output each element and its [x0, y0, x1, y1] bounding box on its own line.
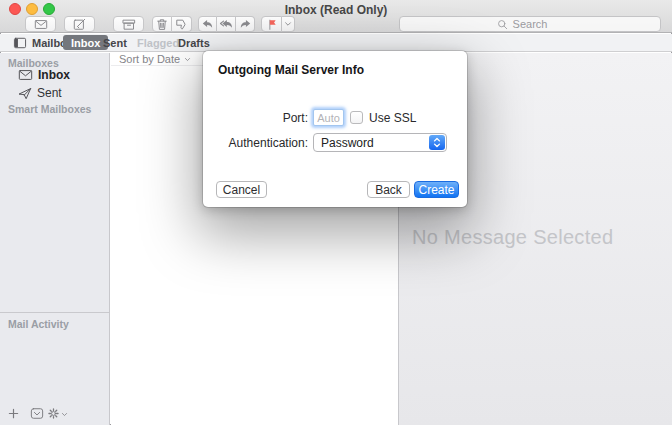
forward-button[interactable]	[236, 16, 255, 32]
chevron-down-icon	[284, 20, 292, 28]
authentication-popup[interactable]: Password	[313, 133, 447, 152]
search-input[interactable]	[400, 17, 660, 31]
sidebar-divider	[0, 312, 109, 313]
reply-button[interactable]	[198, 16, 217, 32]
flag-icon	[266, 18, 278, 31]
sidebar-item-label: Sent	[37, 86, 62, 100]
trash-icon	[156, 18, 168, 31]
minimize-window-button[interactable]	[26, 3, 38, 15]
trash-button[interactable]	[152, 16, 172, 32]
port-label: Port:	[203, 111, 308, 125]
window-title: Inbox (Read Only)	[236, 3, 436, 17]
reply-all-button[interactable]	[217, 16, 236, 32]
popup-stepper-icon	[429, 135, 445, 150]
titlebar: Inbox (Read Only)	[0, 0, 672, 33]
port-input[interactable]	[313, 109, 344, 126]
archive-icon	[122, 18, 136, 31]
button-label: Cancel	[223, 183, 260, 197]
mailbox-behaviors-icon[interactable]	[30, 407, 44, 420]
favorites-tab-flagged: Flagged	[137, 36, 179, 50]
envelope-icon	[18, 69, 33, 81]
favorites-tab-sent[interactable]: Sent	[103, 36, 127, 50]
reply-forward-group	[198, 16, 255, 32]
mailbox-sidebar: Mailboxes Inbox Sent Smart Mailboxes Mai…	[0, 53, 110, 425]
cancel-button[interactable]: Cancel	[216, 181, 267, 198]
favorites-tab-label: Inbox	[71, 37, 100, 49]
mail-app-window: Inbox (Read Only)	[0, 0, 672, 425]
no-message-selected-text: No Message Selected	[412, 226, 613, 249]
authentication-label: Authentication:	[203, 136, 308, 150]
sidebar-item-label: Inbox	[38, 68, 70, 82]
add-mailbox-plus-icon[interactable]	[8, 408, 19, 419]
reply-all-icon	[219, 18, 233, 30]
search-field[interactable]	[399, 16, 661, 32]
zoom-window-button[interactable]	[43, 3, 55, 15]
outgoing-mail-server-dialog: Outgoing Mail Server Info Port: Use SSL …	[203, 51, 467, 207]
flag-menu-button[interactable]	[282, 16, 295, 32]
chevron-down-icon	[184, 56, 191, 63]
button-label: Create	[418, 183, 454, 197]
archive-button[interactable]	[113, 16, 144, 32]
compose-button[interactable]	[64, 16, 95, 32]
sidebar-section-header: Smart Mailboxes	[8, 103, 91, 115]
favorites-tab-label: Flagged	[137, 37, 179, 49]
favorites-tab-drafts[interactable]: Drafts	[178, 36, 210, 50]
favorites-tab-label: Sent	[103, 37, 127, 49]
dialog-title: Outgoing Mail Server Info	[218, 63, 364, 77]
paperplane-icon	[18, 87, 32, 100]
trash-junk-group	[152, 16, 192, 32]
sidebar-bottom-bar	[0, 403, 109, 425]
sidebar-panel-icon	[13, 37, 27, 49]
use-ssl-label: Use SSL	[369, 111, 416, 125]
create-button[interactable]: Create	[414, 181, 459, 198]
authentication-value: Password	[321, 136, 374, 150]
flag-group	[261, 16, 295, 32]
compose-icon	[73, 18, 86, 31]
mail-activity-header: Mail Activity	[8, 318, 69, 330]
favorites-bar: Mailboxes Inbox Sent Flagged Drafts	[0, 34, 672, 52]
favorites-tab-inbox[interactable]: Inbox	[63, 35, 108, 50]
forward-icon	[239, 18, 252, 30]
sidebar-item-inbox[interactable]: Inbox	[18, 68, 70, 82]
favorites-tab-label: Drafts	[178, 37, 210, 49]
junk-button[interactable]	[172, 16, 192, 32]
flag-button[interactable]	[261, 16, 282, 32]
chevron-down-icon	[61, 411, 68, 418]
gear-icon[interactable]	[47, 407, 60, 420]
sort-by-label: Sort by Date	[119, 53, 180, 65]
reply-icon	[201, 18, 214, 30]
back-button[interactable]: Back	[367, 181, 410, 198]
button-label: Back	[375, 183, 402, 197]
thumbs-down-icon	[175, 18, 188, 31]
get-mail-button[interactable]	[25, 16, 56, 32]
close-window-button[interactable]	[9, 3, 21, 15]
use-ssl-checkbox[interactable]	[350, 111, 363, 124]
sidebar-item-sent[interactable]: Sent	[18, 86, 62, 100]
envelope-icon	[34, 18, 48, 31]
